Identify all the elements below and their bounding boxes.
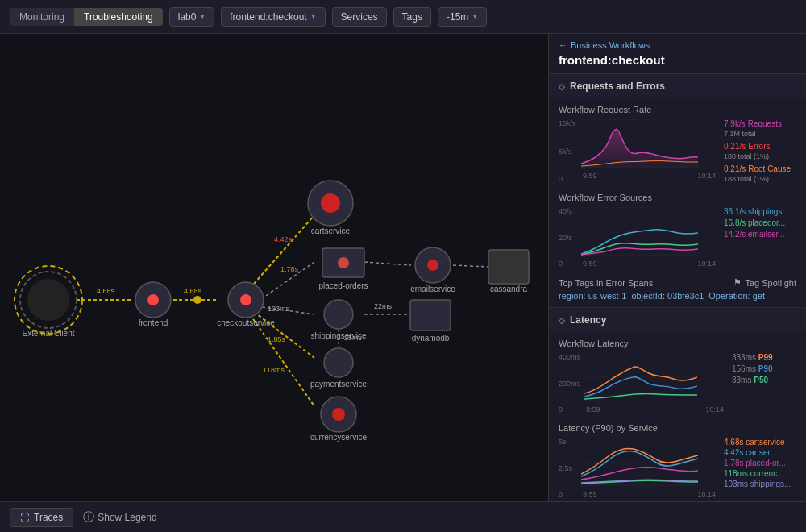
svg-point-42 (324, 300, 353, 329)
error-tags-container: Top Tags in Error Spans ⚑ Tag Spotlight … (559, 277, 796, 301)
bottom-bar: ⛶ Traces ⓘ Show Legend (0, 501, 806, 532)
latency-legend: 333ms P99 156ms P90 33ms P50 (732, 353, 796, 414)
svg-text:4.42s: 4.42s (274, 235, 293, 243)
requests-section-content: Workflow Request Rate 10k/s 5k/s 0 (549, 98, 806, 307)
requests-errors-section: ◇ Requests and Errors Workflow Request R… (549, 74, 806, 308)
svg-text:shippingservice: shippingservice (311, 331, 367, 340)
error-sources-x-labels: 9:59 10:14 (581, 260, 717, 268)
workflow-latency-chart (584, 353, 697, 401)
panel-title: frontend:checkout (559, 53, 796, 67)
svg-text:1.78s: 1.78s (280, 265, 299, 273)
svg-rect-44 (410, 300, 451, 330)
time-dropdown[interactable]: -15m ▼ (438, 7, 487, 27)
p90-x-labels: 9:59 10:14 (581, 490, 717, 498)
chevron-down-icon: ▼ (199, 13, 206, 20)
svg-text:103ms: 103ms (268, 305, 290, 313)
panel-header: ← Business Workflows frontend:checkout (549, 34, 806, 74)
graph-area[interactable]: 4.68s 4.68s 4.42s 1.78s 103ms (0, 34, 548, 501)
error-tag-objectid[interactable]: objectId: 03bfe3c1 (631, 291, 704, 301)
svg-text:paymentservice: paymentservice (310, 380, 367, 389)
expand-icon: ⛶ (20, 513, 29, 522)
svg-point-23 (27, 279, 69, 321)
collapse-icon: ◇ (559, 82, 565, 91)
p90-service-title: Latency (P90) by Service (559, 423, 796, 433)
env-dropdown[interactable]: lab0 ▼ (169, 7, 215, 27)
error-tag-region[interactable]: region: us-west-1 (559, 291, 626, 301)
p90-y-labels: 5s 2.5s 0 (559, 438, 572, 498)
tags-dropdown[interactable]: Tags (393, 7, 431, 27)
request-rate-chart (581, 119, 698, 168)
svg-text:cassandra: cassandra (490, 285, 528, 293)
error-tag-operation[interactable]: Operation: get (708, 291, 765, 301)
main-area: 4.68s 4.68s 4.42s 1.78s 103ms (0, 34, 806, 501)
monitoring-tab[interactable]: Monitoring (10, 8, 74, 26)
error-tags-label: Top Tags in Error Spans (559, 278, 653, 288)
latency-y-labels: 400ms 200ms 0 (559, 353, 580, 414)
section-header-requests[interactable]: ◇ Requests and Errors (549, 74, 806, 98)
request-rate-x-labels: 9:59 10:14 (581, 172, 717, 180)
troubleshooting-tab[interactable]: Troubleshooting (74, 8, 163, 26)
info-icon: ⓘ (83, 510, 94, 525)
svg-text:cartservice: cartservice (311, 227, 351, 235)
svg-point-49 (332, 408, 345, 421)
show-legend-button[interactable]: ⓘ Show Legend (83, 510, 156, 525)
workflow-latency-title: Workflow Latency (559, 339, 796, 348)
p90-service-chart (581, 438, 698, 486)
svg-text:4.68s: 4.68s (97, 287, 115, 295)
right-panel: ← Business Workflows frontend:checkout ◇… (548, 34, 806, 501)
svg-text:placed-orders: placed-orders (318, 281, 368, 290)
svg-text:currencyservice: currencyservice (310, 433, 367, 442)
workflow-dropdown[interactable]: frontend:checkout ▼ (221, 7, 325, 27)
error-sources-chart (581, 207, 698, 256)
section-header-latency[interactable]: ◇ Latency (549, 308, 806, 332)
request-rate-y-labels: 10k/s 5k/s 0 (559, 119, 576, 183)
svg-text:22ms: 22ms (374, 302, 393, 310)
arrow-left-icon: ← (559, 40, 567, 50)
svg-point-35 (338, 257, 349, 268)
request-rate-legend: 7.9k/s Requests 7.1M total 0.21/s Errors… (724, 119, 796, 183)
svg-text:dynamodb: dynamodb (412, 334, 450, 343)
latency-section: ◇ Latency Workflow Latency 400ms 200ms 0 (549, 308, 806, 501)
spotlight-icon: ⚑ (733, 277, 742, 288)
svg-rect-0 (0, 34, 548, 501)
svg-text:118ms: 118ms (263, 366, 285, 374)
svg-text:frontend: frontend (139, 318, 168, 327)
request-rate-title: Workflow Request Rate (559, 105, 796, 114)
chevron-down-icon: ▼ (310, 13, 317, 20)
svg-point-5 (193, 296, 202, 304)
toolbar: Monitoring Troubleshooting lab0 ▼ fronte… (0, 0, 806, 34)
tag-spotlight-btn[interactable]: ⚑ Tag Spotlight (733, 277, 796, 288)
error-sources-y-labels: 40/s 20/s 0 (559, 207, 572, 268)
latency-section-content: Workflow Latency 400ms 200ms 0 (549, 332, 806, 501)
svg-rect-40 (488, 250, 529, 284)
svg-point-32 (321, 193, 340, 213)
error-sources-title: Workflow Error Sources (559, 193, 796, 202)
svg-text:checkoutservice: checkoutservice (217, 318, 275, 327)
traces-button[interactable]: ⛶ Traces (10, 508, 73, 527)
collapse-icon: ◇ (559, 316, 565, 325)
error-sources-legend: 36.1/s shippings... 16.8/s placedor... 1… (724, 207, 796, 268)
error-tags: region: us-west-1 objectId: 03bfe3c1 Ope… (559, 291, 796, 301)
chevron-down-icon: ▼ (472, 13, 478, 20)
svg-point-38 (427, 260, 438, 271)
view-toggle: Monitoring Troubleshooting (10, 8, 163, 26)
services-dropdown[interactable]: Services (332, 7, 387, 27)
svg-point-46 (324, 348, 353, 377)
svg-point-29 (240, 294, 251, 305)
topology-graph: 4.68s 4.68s 4.42s 1.78s 103ms (0, 34, 548, 501)
p90-service-legend: 4.68s cartservice 4.42s cartser... 1.78s… (724, 438, 796, 498)
latency-x-labels: 9:59 10:14 (584, 405, 725, 414)
svg-text:emailservice: emailservice (410, 285, 455, 293)
svg-text:4.68s: 4.68s (184, 287, 202, 295)
svg-point-26 (147, 294, 159, 305)
back-link[interactable]: ← Business Workflows (559, 40, 796, 50)
